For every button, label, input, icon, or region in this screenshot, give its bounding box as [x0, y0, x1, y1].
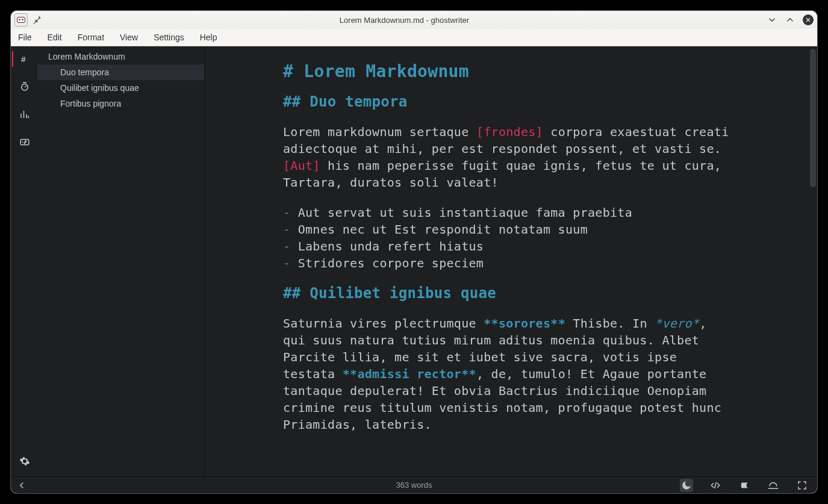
editor[interactable]: # Lorem Markdownum ## Duo tempora Lorem … — [205, 46, 817, 476]
bold-marker: ** — [484, 316, 499, 331]
outline-item-label: Duo tempora — [60, 67, 109, 77]
focus-button[interactable] — [767, 479, 780, 492]
heading-text: Lorem Markdownum — [303, 61, 469, 81]
bold-marker: ** — [461, 367, 476, 381]
outline-item-label: Lorem Markdownum — [48, 52, 125, 61]
menu-view[interactable]: View — [120, 33, 138, 42]
menu-help[interactable]: Help — [200, 33, 217, 42]
heading-marker: ## — [283, 285, 301, 302]
maximize-button[interactable] — [785, 14, 795, 25]
window-title: Lorem Markdownum.md - ghostwriter — [42, 16, 767, 25]
outline-item[interactable]: Fortibus pignora — [37, 96, 204, 111]
bullet-marker: - — [283, 239, 290, 254]
markdown-link: [frondes] — [476, 125, 543, 139]
list-item: Stridores corpore speciem — [298, 256, 484, 270]
bullet-marker: - — [283, 205, 290, 220]
list: - Aut servat ut suis instantiaque fama p… — [283, 204, 735, 272]
paragraph: Saturnia vires plectrumque **sorores** T… — [283, 315, 735, 433]
outline-item[interactable]: Lorem Markdownum — [37, 49, 204, 64]
paragraph: Lorem markdownum sertaque [frondes] corp… — [283, 123, 735, 191]
statusbar: 363 words — [11, 476, 817, 493]
settings-icon[interactable] — [12, 452, 37, 470]
hemingway-button[interactable] — [738, 479, 751, 492]
back-button[interactable] — [11, 477, 33, 493]
document-stats-icon[interactable] — [12, 105, 37, 123]
scrollbar[interactable] — [810, 49, 816, 187]
outline-icon[interactable]: # — [12, 50, 37, 68]
menubar: File Edit Format View Settings Help — [11, 29, 817, 46]
minimize-button[interactable] — [767, 14, 777, 25]
bold-text: admissi rector — [357, 367, 461, 381]
heading-text: Duo tempora — [310, 93, 407, 110]
heading-marker: ## — [283, 93, 301, 110]
word-count: 363 words — [396, 481, 432, 490]
outline-item-label: Fortibus pignora — [60, 99, 121, 108]
fullscreen-button[interactable] — [795, 479, 809, 492]
italic-text: vero — [662, 316, 691, 331]
bold-marker: ** — [550, 316, 565, 331]
outline-item[interactable]: Quilibet ignibus quae — [37, 80, 204, 96]
heading-text: Quilibet ignibus quae — [310, 285, 496, 302]
svg-text:#: # — [21, 55, 26, 64]
html-preview-button[interactable] — [709, 479, 722, 492]
menu-file[interactable]: File — [18, 33, 32, 42]
heading-marker: # — [283, 61, 293, 81]
close-button[interactable] — [803, 14, 814, 25]
sidebar-rail: # — [11, 46, 37, 476]
titlebar: Lorem Markdownum.md - ghostwriter — [11, 11, 817, 29]
list-item: Omnes nec ut Est respondit notatam suum — [298, 222, 588, 237]
bullet-marker: - — [283, 222, 290, 237]
dark-mode-button[interactable] — [680, 479, 693, 492]
outline-item-label: Quilibet ignibus quae — [60, 83, 139, 93]
menu-format[interactable]: Format — [78, 33, 104, 42]
list-item: Aut servat ut suis instantiaque fama pra… — [298, 205, 632, 220]
menu-settings[interactable]: Settings — [154, 33, 184, 42]
italic-marker: * — [692, 316, 699, 331]
outline-panel: Lorem Markdownum Duo tempora Quilibet ig… — [37, 46, 205, 476]
cheatsheet-icon[interactable] — [12, 133, 37, 151]
outline-item[interactable]: Duo tempora — [37, 64, 204, 80]
italic-marker: * — [655, 316, 662, 331]
pin-icon[interactable] — [31, 14, 42, 25]
app-icon — [14, 13, 28, 26]
menu-edit[interactable]: Edit — [48, 33, 62, 42]
bold-text: sorores — [499, 316, 550, 331]
session-stats-icon[interactable] — [12, 78, 37, 96]
list-item: Labens unda refert hiatus — [298, 239, 484, 254]
bold-marker: ** — [343, 367, 358, 381]
markdown-link: [Aut] — [283, 158, 320, 173]
bullet-marker: - — [283, 256, 290, 270]
